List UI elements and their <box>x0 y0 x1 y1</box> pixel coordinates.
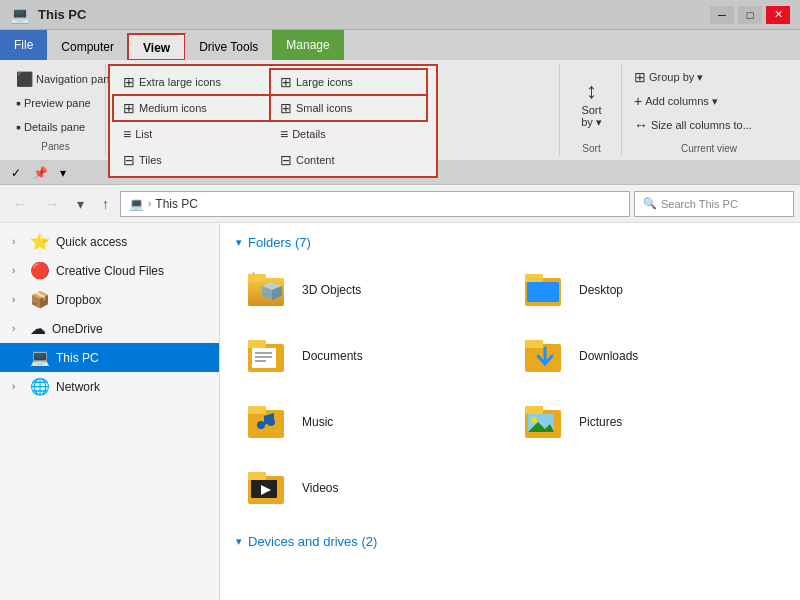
folder-item-documents[interactable]: Documents <box>236 326 507 386</box>
size-cols-label: Size all columns to... <box>651 119 752 131</box>
navigation-pane-button[interactable]: ⬛ Navigation pane ▾ <box>10 68 101 90</box>
address-bar[interactable]: 💻 › This PC <box>120 191 630 217</box>
layout-extra-large[interactable]: ⊞ Extra large icons <box>114 70 269 94</box>
sort-icon: ↕ <box>586 78 597 104</box>
small-icon: ⊞ <box>280 100 292 116</box>
ribbon-content: ⬛ Navigation pane ▾ ▪ Preview pane ▪ Det… <box>0 60 800 160</box>
add-columns-label: Add columns ▾ <box>645 95 718 108</box>
layout-small[interactable]: ⊞ Small icons <box>271 96 426 120</box>
maximize-button[interactable]: □ <box>738 6 762 24</box>
layout-large[interactable]: ⊞ Large icons <box>271 70 426 94</box>
folder-item-desktop[interactable]: Desktop <box>513 260 784 320</box>
content-area: ▾ Folders (7) <box>220 223 800 600</box>
sidebar: › ⭐ Quick access › 🔴 Creative Cloud File… <box>0 223 220 600</box>
folders-chevron: ▾ <box>236 236 242 249</box>
devices-header-label: Devices and drives (2) <box>248 534 377 549</box>
quick-access-icon: ⭐ <box>30 232 50 251</box>
sidebar-item-network[interactable]: › 🌐 Network <box>0 372 219 401</box>
music-icon <box>246 400 290 444</box>
qat-pin[interactable]: 📌 <box>28 164 53 182</box>
details-pane-label: Details pane <box>24 121 85 133</box>
group-by-icon: ⊞ <box>634 69 646 85</box>
layout-details[interactable]: ≡ Details <box>271 122 426 146</box>
layout-list[interactable]: ≡ List <box>114 122 269 146</box>
downloads-name: Downloads <box>579 349 638 363</box>
recent-button[interactable]: ▾ <box>70 191 91 217</box>
pictures-icon <box>523 400 567 444</box>
preview-pane-button[interactable]: ▪ Preview pane <box>10 92 101 114</box>
creative-cloud-icon: 🔴 <box>30 261 50 280</box>
network-label: Network <box>56 380 100 394</box>
tab-file[interactable]: File <box>0 30 47 60</box>
minimize-button[interactable]: ─ <box>710 6 734 24</box>
desktop-name: Desktop <box>579 283 623 297</box>
folder-item-pictures[interactable]: Pictures <box>513 392 784 452</box>
sidebar-item-quick-access[interactable]: › ⭐ Quick access <box>0 227 219 256</box>
sidebar-item-creative-cloud[interactable]: › 🔴 Creative Cloud Files <box>0 256 219 285</box>
address-path: This PC <box>155 197 198 211</box>
sort-label: Sortby ▾ <box>581 104 602 129</box>
onedrive-chevron: › <box>12 323 24 334</box>
thispc-icon: 💻 <box>10 5 30 24</box>
details-pane-icon: ▪ <box>16 119 21 135</box>
tab-drive-tools[interactable]: Drive Tools <box>185 34 272 60</box>
up-button[interactable]: ↑ <box>95 191 116 217</box>
search-bar[interactable]: 🔍 Search This PC <box>634 191 794 217</box>
forward-button[interactable]: → <box>38 191 66 217</box>
cv-buttons: ⊞ Group by ▾ + Add columns ▾ ↔ Size all … <box>628 66 790 141</box>
creative-cloud-chevron: › <box>12 265 24 276</box>
layout-medium[interactable]: ⊞ Medium icons <box>114 96 269 120</box>
back-button[interactable]: ← <box>6 191 34 217</box>
documents-icon <box>246 334 290 378</box>
sort-by-button[interactable]: ↕ Sortby ▾ <box>567 74 617 133</box>
devices-chevron: ▾ <box>236 535 242 548</box>
medium-label: Medium icons <box>139 102 207 114</box>
folder-item-downloads[interactable]: Downloads <box>513 326 784 386</box>
network-icon: 🌐 <box>30 377 50 396</box>
ribbon-tab-bar: File Computer View Drive Tools Manage <box>0 30 800 60</box>
large-label: Large icons <box>296 76 353 88</box>
downloads-icon <box>523 334 567 378</box>
tab-view[interactable]: View <box>128 34 185 60</box>
details-pane-button[interactable]: ▪ Details pane <box>10 116 101 138</box>
svg-rect-23 <box>525 406 543 414</box>
ribbon: File Computer View Drive Tools Manage ⬛ … <box>0 30 800 161</box>
music-name: Music <box>302 415 333 429</box>
add-columns-button[interactable]: + Add columns ▾ <box>628 90 790 112</box>
size-all-columns-button[interactable]: ↔ Size all columns to... <box>628 114 790 136</box>
dropbox-chevron: › <box>12 294 24 305</box>
current-view-group: ⊞ Group by ▾ + Add columns ▾ ↔ Size all … <box>624 64 794 156</box>
sidebar-item-this-pc[interactable]: › 💻 This PC <box>0 343 219 372</box>
tab-manage[interactable]: Manage <box>272 30 343 60</box>
folder-item-videos[interactable]: Videos <box>236 458 507 518</box>
folders-header-label: Folders (7) <box>248 235 311 250</box>
layout-content[interactable]: ⊟ Content <box>271 148 426 172</box>
content-label: Content <box>296 154 335 166</box>
add-columns-icon: + <box>634 93 642 109</box>
address-arrow: › <box>148 198 151 209</box>
address-icon: 💻 <box>129 197 144 211</box>
size-cols-icon: ↔ <box>634 117 648 133</box>
qat-checkmark[interactable]: ✓ <box>6 164 26 182</box>
network-chevron: › <box>12 381 24 392</box>
3d-objects-name: 3D Objects <box>302 283 361 297</box>
svg-rect-12 <box>252 348 276 368</box>
devices-section-header[interactable]: ▾ Devices and drives (2) <box>236 534 784 549</box>
qat-dropdown[interactable]: ▾ <box>55 164 71 182</box>
list-icon: ≡ <box>123 126 131 142</box>
sidebar-item-dropbox[interactable]: › 📦 Dropbox <box>0 285 219 314</box>
group-by-button[interactable]: ⊞ Group by ▾ <box>628 66 790 88</box>
folder-item-music[interactable]: Music <box>236 392 507 452</box>
layout-tiles[interactable]: ⊟ Tiles <box>114 148 269 172</box>
folders-section-header[interactable]: ▾ Folders (7) <box>236 235 784 250</box>
sidebar-item-onedrive[interactable]: › ☁ OneDrive <box>0 314 219 343</box>
layout-dropdown: ⊞ Extra large icons ⊞ Large icons ⊞ Medi… <box>108 64 438 178</box>
folder-item-3d-objects[interactable]: 3D Objects <box>236 260 507 320</box>
svg-rect-17 <box>525 340 543 348</box>
preview-pane-icon: ▪ <box>16 95 21 111</box>
close-button[interactable]: ✕ <box>766 6 790 24</box>
navigation-bar: ← → ▾ ↑ 💻 › This PC 🔍 Search This PC <box>0 185 800 223</box>
downloads-icon-wrap <box>521 332 569 380</box>
tab-computer[interactable]: Computer <box>47 34 128 60</box>
3d-objects-icon-wrap <box>244 266 292 314</box>
